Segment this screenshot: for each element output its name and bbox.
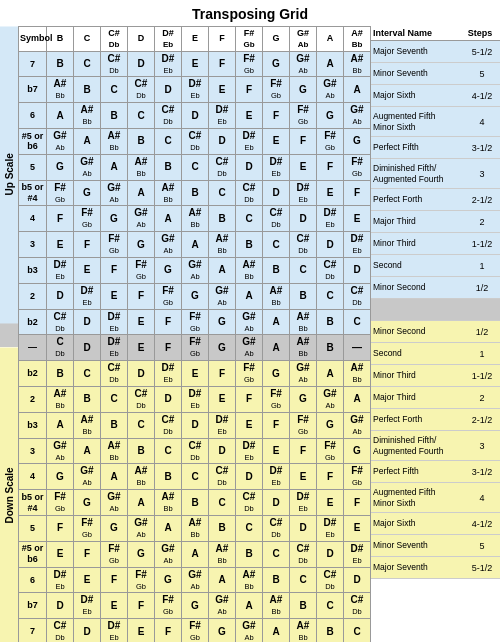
grid-cell: F#Gb: [344, 464, 371, 490]
grid-cell: G: [182, 283, 209, 309]
row-symbol: —: [19, 335, 47, 361]
interval-name-value: Augmented FifthMinor Sixth: [371, 111, 464, 131]
grid-cell: D#Eb: [101, 335, 128, 361]
grid-cell: C#Db: [128, 77, 155, 103]
grid-cell: D: [290, 515, 317, 541]
grid-cell: G: [263, 361, 290, 387]
grid-cell: B: [74, 386, 101, 412]
steps-value: 5-1/2: [464, 47, 500, 57]
row-symbol: #5 or b6: [19, 541, 47, 567]
interval-row: Major Seventh5-1/2: [371, 557, 500, 579]
grid-cell: A#Bb: [47, 386, 74, 412]
grid-cell: D#Eb: [47, 567, 74, 593]
grid-cell: F#Gb: [290, 412, 317, 438]
grid-cell: A: [317, 51, 344, 77]
interval-row: [371, 299, 500, 321]
interval-row: Augmented FifthMinor Sixth4: [371, 483, 500, 513]
grid-cell: D: [317, 232, 344, 258]
steps-value: 4: [464, 117, 500, 127]
grid-cell: C: [74, 51, 101, 77]
grid-cell: C: [344, 619, 371, 642]
table-row: 3EFF#GbGG#AbAA#BbBCC#DbDD#Eb: [19, 232, 371, 258]
grid-cell: D#Eb: [263, 154, 290, 180]
interval-row: Minor Second1/2: [371, 321, 500, 343]
grid-cell: G#Ab: [155, 232, 182, 258]
grid-cell: G#Ab: [47, 438, 74, 464]
grid-cell: F#Gb: [128, 567, 155, 593]
table-row: 4GG#AbAA#BbBCC#DbDD#EbEFF#Gb: [19, 464, 371, 490]
interval-name-value: Augmented FifthMinor Sixth: [371, 487, 464, 507]
grid-cell: G#Ab: [74, 464, 101, 490]
grid-cell: D: [47, 593, 74, 619]
grid-cell: F#Gb: [182, 619, 209, 642]
grid-cell: A#Bb: [236, 257, 263, 283]
grid-cell: C#Db: [209, 464, 236, 490]
interval-name-value: Minor Second: [371, 282, 464, 292]
steps-value: 3: [464, 441, 500, 451]
grid-cell: A: [47, 412, 74, 438]
grid-cell: F#Gb: [236, 361, 263, 387]
grid-cell: B: [74, 77, 101, 103]
grid-cell: G: [128, 232, 155, 258]
interval-name-value: Diminished Fifth/Augmented Fourth: [371, 435, 464, 455]
grid-cell: G#Ab: [344, 103, 371, 129]
grid-cell: F#Gb: [101, 232, 128, 258]
grid-cell: C#Db: [155, 412, 182, 438]
interval-row: Minor Seventh5: [371, 63, 500, 85]
grid-cell: F: [47, 515, 74, 541]
row-symbol: b3: [19, 412, 47, 438]
grid-cell: C#Db: [317, 257, 344, 283]
grid-cell: D: [209, 128, 236, 154]
grid-cell: A#Bb: [128, 154, 155, 180]
steps-value: 1/2: [464, 327, 500, 337]
grid-cell: F: [263, 103, 290, 129]
grid-cell: C#Db: [290, 541, 317, 567]
grid-cell: G: [317, 103, 344, 129]
note-header-2: C#Db: [101, 27, 128, 52]
grid-cell: G: [74, 180, 101, 206]
grid-cell: C#Db: [155, 103, 182, 129]
steps-value: 1: [464, 261, 500, 271]
grid-cell: G: [47, 464, 74, 490]
grid-cell: B: [47, 51, 74, 77]
page-title: Transposing Grid: [0, 0, 500, 26]
grid-cell: A: [209, 257, 236, 283]
interval-row: Perfect Fifth3-1/2: [371, 137, 500, 159]
grid-cell: E: [128, 619, 155, 642]
grid-cell: C: [155, 438, 182, 464]
grid-cell: E: [290, 154, 317, 180]
row-symbol: b7: [19, 593, 47, 619]
grid-cell: B: [101, 412, 128, 438]
grid-cell: G: [101, 515, 128, 541]
grid-cell: A: [236, 283, 263, 309]
steps-value: 3-1/2: [464, 143, 500, 153]
interval-name-value: Second: [371, 348, 464, 358]
grid-cell: C: [236, 206, 263, 232]
table-row: b2BCC#DbDD#EbEFF#GbGG#AbAA#Bb: [19, 361, 371, 387]
grid-cell: B: [101, 103, 128, 129]
grid-cell: E: [344, 206, 371, 232]
note-header-7: F#Gb: [236, 27, 263, 52]
interval-name-value: Diminished Fifth/Augmented Fourth: [371, 163, 464, 183]
grid-cell: F: [317, 464, 344, 490]
grid-cell: F: [344, 490, 371, 516]
grid-cell: B: [317, 309, 344, 335]
interval-row: Diminished Fifth/Augmented Fourth3: [371, 159, 500, 189]
grid-cell: F#Gb: [74, 515, 101, 541]
steps-value: 1-1/2: [464, 371, 500, 381]
grid-cell: F: [128, 283, 155, 309]
table-row: b7A#BbBCC#DbDD#EbEFF#GbGG#AbA: [19, 77, 371, 103]
steps-value: 4: [464, 493, 500, 503]
grid-cell: F: [128, 593, 155, 619]
grid-cell: F: [155, 335, 182, 361]
grid-cell: F#Gb: [155, 283, 182, 309]
interval-row: Minor Second1/2: [371, 277, 500, 299]
grid-cell: F#Gb: [263, 77, 290, 103]
grid-cell: C#Db: [344, 593, 371, 619]
table-row: b5 or #4F#GbGG#AbAA#BbBCC#DbDD#EbEF: [19, 180, 371, 206]
grid-cell: D#Eb: [236, 128, 263, 154]
grid-cell: F#Gb: [317, 438, 344, 464]
grid-cell: G: [47, 154, 74, 180]
grid-cell: D: [263, 180, 290, 206]
interval-name-value: Minor Third: [371, 238, 464, 248]
